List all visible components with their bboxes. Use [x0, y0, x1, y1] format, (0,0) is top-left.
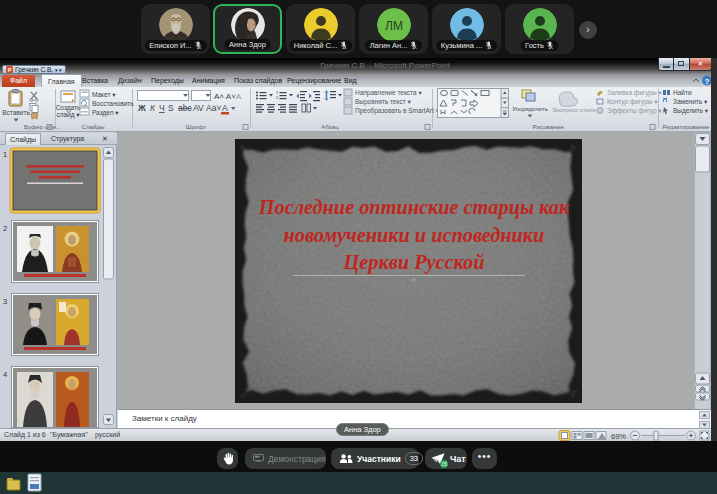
svg-text:1: 1 — [3, 150, 7, 159]
svg-text:A: A — [236, 92, 242, 101]
svg-text:Контур фигуры ▾: Контур фигуры ▾ — [607, 98, 658, 106]
svg-text:Макет ▾: Макет ▾ — [92, 91, 116, 98]
svg-text:Эффекты фигур ▾: Эффекты фигур ▾ — [607, 107, 662, 115]
svg-text:?: ? — [705, 77, 710, 86]
svg-text:P: P — [8, 67, 12, 73]
svg-text:4: 4 — [3, 370, 7, 379]
svg-text:Преобразовать в SmartArt ▾: Преобразовать в SmartArt ▾ — [355, 107, 440, 115]
svg-text:Вставить: Вставить — [2, 109, 30, 116]
svg-text:Церкви Русской: Церкви Русской — [343, 251, 485, 274]
svg-text:Буфер обм...: Буфер обм... — [24, 123, 61, 130]
svg-text:Ч: Ч — [159, 103, 165, 113]
svg-text:слайд ▾: слайд ▾ — [56, 111, 80, 119]
svg-text:Редактирование: Редактирование — [662, 123, 710, 130]
svg-text:Упорядочить: Упорядочить — [512, 106, 548, 112]
svg-text:S: S — [168, 103, 174, 113]
svg-text:Последние оптинские старцы как: Последние оптинские старцы как — [258, 196, 570, 219]
svg-text:A: A — [222, 103, 228, 113]
svg-text:К: К — [150, 103, 156, 113]
svg-text:Абзац: Абзац — [321, 123, 339, 130]
svg-text:Aa˅: Aa˅ — [206, 103, 221, 113]
svg-text:Раздел ▾: Раздел ▾ — [92, 109, 119, 117]
svg-text:Выделить ▾: Выделить ▾ — [673, 107, 709, 115]
svg-text:Направление текста ▾: Направление текста ▾ — [355, 89, 422, 97]
svg-text:ЛМ: ЛМ — [385, 19, 403, 33]
svg-text:Ж: Ж — [137, 103, 146, 113]
svg-text:abc: abc — [178, 103, 192, 113]
svg-text:2: 2 — [3, 224, 7, 233]
svg-text:Рисование: Рисование — [532, 123, 564, 130]
svg-text:Заменить ▾: Заменить ▾ — [673, 98, 708, 105]
svg-text:2: 2 — [276, 95, 279, 100]
svg-text:Экспресс-стили: Экспресс-стили — [552, 107, 596, 113]
svg-text:Выровнять текст ▾: Выровнять текст ▾ — [355, 98, 411, 106]
svg-text:Шрифт: Шрифт — [186, 123, 207, 130]
svg-text:Восстановить: Восстановить — [92, 100, 134, 107]
svg-text:69%: 69% — [611, 432, 626, 441]
svg-text:Заливка фигуры ▾: Заливка фигуры ▾ — [607, 89, 662, 97]
svg-text:3: 3 — [3, 297, 7, 306]
svg-text:AV: AV — [193, 103, 204, 113]
svg-text:новомученики и исповедники: новомученики и исповедники — [284, 224, 545, 247]
svg-text:A˄ A˅: A˄ A˅ — [214, 92, 236, 101]
svg-text:Слайды: Слайды — [81, 123, 105, 130]
svg-text:Найти: Найти — [673, 89, 692, 96]
